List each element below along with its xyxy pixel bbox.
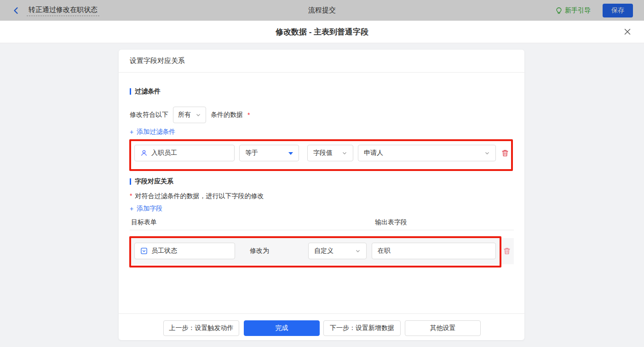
custom-value-text: 在职 [378, 247, 391, 255]
compare-value-select[interactable]: 申请人 [358, 145, 496, 161]
condition-scope-value: 所有 [178, 111, 191, 119]
close-icon[interactable] [623, 27, 632, 36]
chevron-down-icon [355, 248, 361, 254]
target-field-value: 员工状态 [151, 247, 177, 255]
condition-scope-select[interactable]: 所有 [173, 107, 206, 123]
mapping-section-title: 字段对应关系 [130, 177, 173, 186]
filter-section-title: 过滤条件 [130, 87, 161, 96]
section-accent-bar [130, 178, 131, 185]
filter-field-value: 入职员工 [151, 149, 177, 157]
column-header-target-form: 目标表单 [131, 218, 157, 227]
beginner-guide-label: 新手引导 [565, 6, 591, 15]
lightbulb-icon [555, 7, 563, 14]
other-settings-button[interactable]: 其他设置 [405, 320, 481, 336]
modal-header: 修改数据 - 主表到普通字段 [0, 21, 644, 43]
add-filter-condition-link[interactable]: + 添加过滤条件 [130, 128, 175, 136]
value-type-value: 字段值 [313, 149, 333, 157]
value-type-select[interactable]: 字段值 [307, 145, 353, 161]
beginner-guide-link[interactable]: 新手引导 [555, 6, 591, 15]
required-mark: * [130, 192, 132, 199]
topbar: 转正通过修改在职状态 流程提交 新手引导 保存 [0, 0, 644, 21]
dropdown-field-icon [140, 247, 148, 255]
operator-value: 等于 [245, 149, 258, 157]
plus-icon: + [130, 205, 133, 212]
mapping-description-text: 对符合过滤条件的数据，进行以下字段的修改 [135, 192, 264, 200]
condition-line: 修改符合以下 所有 条件的数据 * [130, 107, 250, 123]
screen: 转正通过修改在职状态 流程提交 新手引导 保存 修改数据 - 主表到普通字段 [0, 0, 644, 347]
add-filter-condition-label: 添加过滤条件 [137, 128, 175, 136]
compare-value: 申请人 [364, 149, 383, 157]
prev-step-button[interactable]: 上一步：设置触发动作 [163, 320, 239, 336]
delete-mapping-row-icon[interactable] [502, 246, 512, 256]
value-mode-select[interactable]: 自定义 [308, 243, 367, 259]
settings-panel: 设置字段对应关系 过滤条件 修改符合以下 所有 条件的数据 * + 添加过滤条件 [119, 50, 524, 340]
topbar-center-title: 流程提交 [308, 6, 336, 15]
plus-icon: + [130, 128, 133, 136]
column-header-output-field: 输出表字段 [375, 218, 407, 227]
mapping-description: * 对符合过滤条件的数据，进行以下字段的修改 [130, 192, 264, 200]
filter-field-select[interactable]: 入职员工 [134, 145, 235, 161]
done-button[interactable]: 完成 [244, 320, 320, 336]
chevron-down-icon [196, 112, 201, 118]
caret-down-icon [288, 152, 293, 157]
table-header-divider [130, 230, 514, 230]
mapping-section-title-text: 字段对应关系 [135, 177, 173, 186]
flow-name[interactable]: 转正通过修改在职状态 [27, 5, 99, 16]
target-field-select[interactable]: 员工状态 [134, 243, 235, 259]
modify-to-label: 修改为 [250, 243, 269, 259]
next-step-button[interactable]: 下一步：设置新增数据 [323, 320, 401, 336]
required-mark: * [247, 111, 250, 119]
back-icon[interactable] [12, 6, 20, 15]
panel-footer: 上一步：设置触发动作 完成 下一步：设置新增数据 其他设置 [119, 313, 524, 340]
save-button[interactable]: 保存 [603, 4, 633, 17]
member-icon [140, 149, 148, 157]
condition-prefix-label: 修改符合以下 [130, 111, 168, 119]
modal-title: 修改数据 - 主表到普通字段 [276, 27, 368, 37]
section-accent-bar [130, 88, 131, 95]
operator-select[interactable]: 等于 [239, 145, 299, 161]
custom-value-input[interactable]: 在职 [372, 243, 496, 259]
filter-section-title-text: 过滤条件 [135, 87, 161, 96]
chevron-down-icon [484, 150, 490, 156]
value-mode-value: 自定义 [314, 247, 334, 255]
condition-suffix-label: 条件的数据 [211, 111, 243, 119]
add-field-link[interactable]: + 添加字段 [130, 205, 162, 213]
delete-filter-row-icon[interactable] [500, 148, 510, 158]
add-field-label: 添加字段 [137, 205, 162, 213]
panel-title: 设置字段对应关系 [119, 50, 524, 73]
chevron-down-icon [342, 150, 347, 156]
